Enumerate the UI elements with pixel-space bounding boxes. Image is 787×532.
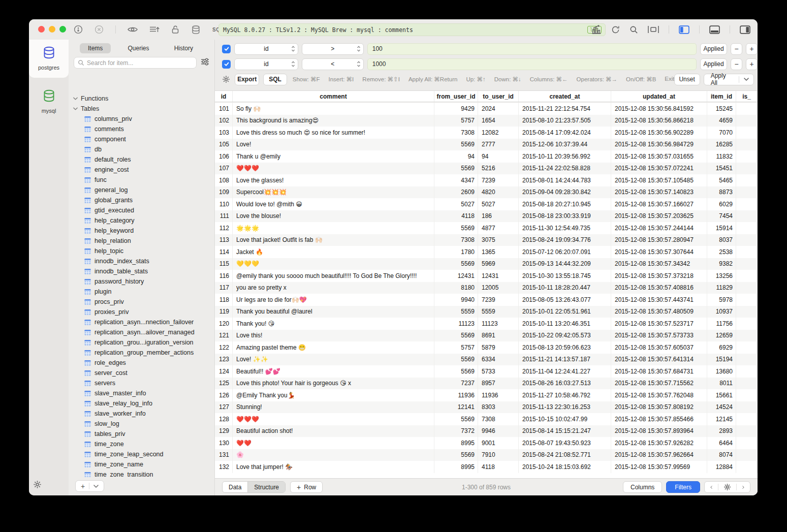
- cell[interactable]: 5757: [434, 115, 478, 127]
- cell[interactable]: 5879: [478, 341, 519, 354]
- disconnect-icon[interactable]: [95, 25, 104, 34]
- cell[interactable]: 2015-11-21 22:12:54.754: [519, 103, 611, 115]
- table-row[interactable]: 124Beautiful!! 💕💕556957332015-11-04 12:2…: [215, 365, 758, 378]
- refresh-icon[interactable]: [611, 25, 620, 34]
- cell[interactable]: 5216: [478, 163, 519, 175]
- cell[interactable]: 8011: [707, 378, 736, 390]
- cell[interactable]: Love!: [233, 139, 434, 151]
- cell[interactable]: 11832: [707, 150, 736, 163]
- cell[interactable]: Love that jacket! Outfit is fab 🙌🏻: [233, 234, 434, 246]
- table-row[interactable]: 121Love this!556986912015-10-22 09:42:05…: [215, 330, 758, 342]
- cell[interactable]: 2015-12-08 15:30:57.962664: [611, 449, 707, 461]
- cell[interactable]: 2015-08-26 16:03:27.513: [519, 378, 611, 390]
- cell[interactable]: 5969: [478, 258, 519, 270]
- cell[interactable]: 2015-12-08 15:30:57.105485: [611, 174, 707, 186]
- cell[interactable]: 2015-11-27 10:58:46.792: [519, 389, 611, 401]
- sidebar-table-columns_priv[interactable]: columns_priv: [69, 114, 214, 124]
- cell[interactable]: 114: [215, 246, 233, 258]
- cell[interactable]: ❤️❤️❤️: [233, 163, 434, 175]
- cell[interactable]: 11123: [478, 318, 519, 330]
- sidebar-table-replication_grou...iguration_version[interactable]: replication_grou...iguration_version: [69, 337, 214, 348]
- cell[interactable]: 2777: [478, 139, 519, 151]
- cell[interactable]: 2015-10-15 10:02:47.99: [519, 413, 611, 425]
- table-row[interactable]: 114Jacket 🔥178013652015-07-12 06:20:07.0…: [215, 246, 758, 258]
- cell[interactable]: 4347: [434, 174, 478, 186]
- cell[interactable]: Beautiful!! 💕💕: [233, 365, 434, 378]
- center-layout-icon[interactable]: [648, 25, 659, 34]
- column-header-to_user_id[interactable]: to_user_id: [478, 91, 519, 102]
- cell[interactable]: ❤️❤️❤️: [233, 413, 434, 425]
- table-row[interactable]: 127Stunning!1214183032015-11-13 22:30:16…: [215, 401, 758, 414]
- cell[interactable]: 8691: [478, 330, 519, 342]
- cell[interactable]: 9940: [434, 294, 478, 306]
- cell[interactable]: 2015-09-04 09:28:30.842: [519, 186, 611, 199]
- tab-queries[interactable]: Queries: [119, 43, 157, 53]
- chevron-left-icon[interactable]: [705, 485, 718, 490]
- lock-icon[interactable]: [171, 25, 179, 34]
- cell[interactable]: 8303: [478, 401, 519, 414]
- cell[interactable]: 15194: [707, 354, 736, 366]
- table-row[interactable]: 126@Emily Thank you💃11936119362015-11-27…: [215, 389, 758, 401]
- cell[interactable]: 5733: [478, 365, 519, 378]
- sidebar-table-slave_master_info[interactable]: slave_master_info: [69, 388, 214, 398]
- pending-changes-icon[interactable]: [149, 25, 160, 34]
- table-row[interactable]: 130❤️❤️899590012015-08-07 19:43:50.92320…: [215, 437, 758, 449]
- table-row[interactable]: 107❤️❤️❤️556952162015-11-24 22:02:58.828…: [215, 163, 758, 175]
- sidebar-table-replication_asyn...nnection_failover[interactable]: replication_asyn...nnection_failover: [69, 317, 214, 327]
- cell[interactable]: [736, 115, 758, 127]
- cell[interactable]: Thank you beautiful @laurel: [233, 306, 434, 318]
- cell[interactable]: 2015-12-06 10:37:39.44: [519, 139, 611, 151]
- cell[interactable]: 119: [215, 306, 233, 318]
- cell[interactable]: [736, 318, 758, 330]
- table-row[interactable]: 116@emily thank you soooo much beautiful…: [215, 270, 758, 282]
- connection-mysql[interactable]: mysql: [29, 89, 69, 114]
- cell[interactable]: 2015-12-08 15:30:57.99569: [611, 461, 707, 473]
- cell[interactable]: [736, 222, 758, 234]
- tab-history[interactable]: History: [166, 43, 201, 53]
- sql-button[interactable]: SQL: [263, 74, 287, 85]
- search-icon[interactable]: [629, 25, 638, 34]
- cell[interactable]: 13680: [707, 365, 736, 378]
- cell[interactable]: 8995: [434, 461, 478, 473]
- cell[interactable]: 2015-11-21 14:13:57.187: [519, 354, 611, 366]
- sidebar-table-help_relation[interactable]: help_relation: [69, 236, 214, 246]
- cell[interactable]: 2015-08-10 21:23:57.505: [519, 115, 611, 127]
- column-header-comment[interactable]: comment: [233, 91, 434, 102]
- sidebar-table-general_log[interactable]: general_log: [69, 185, 214, 195]
- sidebar-table-innodb_table_stats[interactable]: innodb_table_stats: [69, 266, 214, 276]
- cell[interactable]: Love the blouse!: [233, 210, 434, 223]
- cell[interactable]: 2015-12-08 15:30:57.031655: [611, 150, 707, 163]
- cell[interactable]: 126: [215, 389, 233, 401]
- applied-button[interactable]: Applied: [700, 43, 727, 55]
- cell[interactable]: 5027: [434, 198, 478, 210]
- cell[interactable]: 1780: [434, 246, 478, 258]
- cell[interactable]: Love! ✨✨: [233, 354, 434, 366]
- cell[interactable]: 9382: [707, 258, 736, 270]
- cell[interactable]: 5569: [434, 258, 478, 270]
- column-header-id[interactable]: id: [215, 91, 233, 102]
- table-row[interactable]: 110Would love to! @mith 😁502750272015-08…: [215, 198, 758, 210]
- cell[interactable]: 7239: [478, 294, 519, 306]
- cell[interactable]: 2015-11-24 22:02:58.828: [519, 163, 611, 175]
- cell[interactable]: 7070: [707, 127, 736, 139]
- cell[interactable]: 12082: [478, 127, 519, 139]
- cell[interactable]: 2015-09-13 14:44:32.209: [519, 258, 611, 270]
- cell[interactable]: 12141: [434, 401, 478, 414]
- cell[interactable]: 8180: [434, 282, 478, 294]
- table-row[interactable]: 109Supercool💥💥💥260948202015-09-04 09:28:…: [215, 186, 758, 199]
- table-row[interactable]: 101So fly 🙌🏻942920242015-11-21 22:12:54.…: [215, 103, 758, 115]
- cell[interactable]: 13256: [707, 270, 736, 282]
- cell[interactable]: 94: [434, 150, 478, 163]
- table-row[interactable]: 102This background is amazing😍5757165420…: [215, 115, 758, 127]
- cell[interactable]: 12005: [478, 282, 519, 294]
- cell[interactable]: 116: [215, 270, 233, 282]
- tab-data[interactable]: Data: [223, 482, 248, 492]
- cell[interactable]: 110: [215, 198, 233, 210]
- sidebar-table-slave_worker_info[interactable]: slave_worker_info: [69, 409, 214, 419]
- cell[interactable]: [736, 437, 758, 449]
- cell[interactable]: [736, 186, 758, 199]
- cell[interactable]: 2015-08-01 14:24:44.783: [519, 174, 611, 186]
- cell[interactable]: [736, 198, 758, 210]
- cell[interactable]: Thank u @emily: [233, 150, 434, 163]
- cell[interactable]: 94: [478, 150, 519, 163]
